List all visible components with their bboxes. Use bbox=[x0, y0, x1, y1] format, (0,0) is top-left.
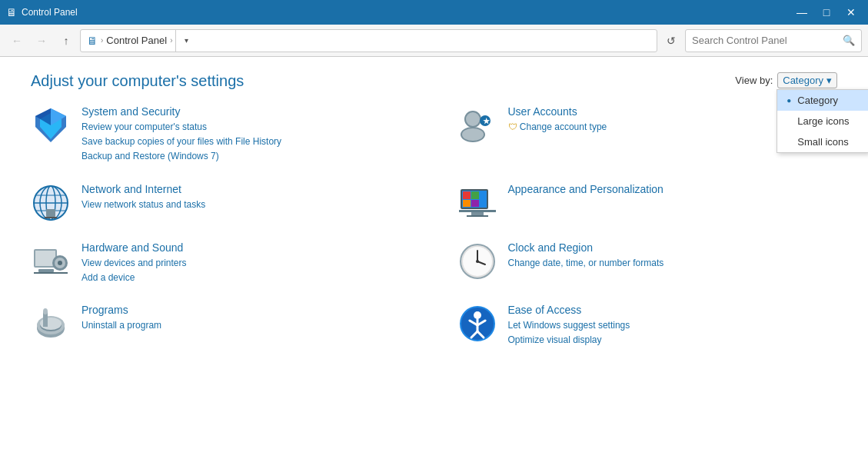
svg-rect-25 bbox=[480, 191, 486, 207]
view-by-dropdown[interactable]: Category ▾ ● Category ● Large icons ● Sm… bbox=[777, 72, 837, 88]
svg-text:★: ★ bbox=[483, 117, 491, 125]
svg-rect-26 bbox=[459, 210, 496, 212]
menu-item-category[interactable]: ● Category bbox=[777, 90, 868, 111]
appearance-content: Appearance and Personalization bbox=[508, 183, 663, 198]
refresh-button[interactable]: ↺ bbox=[660, 30, 682, 52]
minimize-button[interactable]: — bbox=[791, 2, 813, 23]
svg-point-33 bbox=[58, 261, 62, 265]
date-time-link[interactable]: Change date, time, or number formats bbox=[508, 256, 664, 271]
menu-item-large-icons-label: Large icons bbox=[797, 115, 849, 127]
programs-title[interactable]: Programs bbox=[81, 304, 161, 316]
view-by-current: Category bbox=[783, 75, 823, 86]
menu-item-large-icons[interactable]: ● Large icons bbox=[777, 111, 868, 131]
search-box[interactable]: 🔍 bbox=[685, 29, 862, 52]
address-path[interactable]: 🖥 › Control Panel › ▾ bbox=[80, 29, 657, 52]
category-appearance: Appearance and Personalization bbox=[457, 183, 838, 223]
up-button[interactable]: ↑ bbox=[55, 30, 77, 52]
search-input[interactable] bbox=[692, 35, 840, 46]
close-button[interactable]: ✕ bbox=[840, 2, 862, 23]
maximize-button[interactable]: □ bbox=[816, 2, 837, 23]
menu-item-small-icons[interactable]: ● Small icons bbox=[777, 131, 868, 152]
back-button[interactable]: ← bbox=[6, 30, 28, 52]
svg-rect-28 bbox=[467, 215, 488, 217]
view-by-menu: ● Category ● Large icons ● Small icons bbox=[777, 89, 868, 153]
hardware-content: Hardware and Sound View devices and prin… bbox=[81, 241, 187, 285]
titlebar: 🖥 Control Panel — □ ✕ bbox=[0, 0, 868, 25]
devices-printers-link[interactable]: View devices and printers bbox=[81, 256, 187, 271]
category-system-security: System and Security Review your computer… bbox=[31, 105, 411, 165]
svg-rect-24 bbox=[471, 200, 479, 207]
add-device-link[interactable]: Add a device bbox=[81, 271, 187, 285]
forward-button[interactable]: → bbox=[31, 30, 52, 52]
page-title: Adjust your computer's settings bbox=[31, 72, 837, 90]
titlebar-controls: — □ ✕ bbox=[791, 2, 862, 23]
view-by-control: View by: Category ▾ ● Category ● Large i… bbox=[735, 72, 837, 88]
svg-rect-21 bbox=[463, 191, 471, 199]
clock-links: Change date, time, or number formats bbox=[508, 256, 664, 271]
user-accounts-icon: ★ bbox=[457, 105, 497, 145]
optimize-display-link[interactable]: Optimize visual display bbox=[508, 333, 630, 348]
ease-of-access-title[interactable]: Ease of Access bbox=[508, 304, 630, 316]
svg-point-47 bbox=[43, 308, 48, 314]
ease-of-access-icon bbox=[457, 304, 497, 344]
user-accounts-title[interactable]: User Accounts bbox=[508, 105, 607, 118]
programs-links: Uninstall a program bbox=[81, 318, 161, 333]
network-title[interactable]: Network and Internet bbox=[81, 183, 205, 195]
network-content: Network and Internet View network status… bbox=[81, 183, 205, 212]
path-icon: 🖥 bbox=[87, 35, 98, 47]
network-icon bbox=[31, 183, 71, 223]
svg-rect-35 bbox=[34, 272, 68, 274]
review-computer-link[interactable]: Review your computer's status bbox=[81, 120, 281, 135]
addressbar: ← → ↑ 🖥 › Control Panel › ▾ ↺ 🔍 bbox=[0, 25, 868, 57]
ease-of-access-content: Ease of Access Let Windows suggest setti… bbox=[508, 304, 630, 348]
search-icon: 🔍 bbox=[843, 35, 855, 46]
hardware-icon bbox=[31, 241, 71, 281]
uninstall-link[interactable]: Uninstall a program bbox=[81, 318, 161, 333]
menu-item-small-icons-label: Small icons bbox=[797, 136, 848, 148]
svg-point-41 bbox=[476, 260, 479, 263]
network-links: View network status and tasks bbox=[81, 198, 205, 212]
svg-rect-17 bbox=[46, 209, 55, 217]
appearance-title[interactable]: Appearance and Personalization bbox=[508, 183, 663, 195]
clock-content: Clock and Region Change date, time, or n… bbox=[508, 241, 664, 271]
menu-item-category-label: Category bbox=[797, 95, 838, 106]
svg-point-7 bbox=[462, 128, 484, 141]
clock-title[interactable]: Clock and Region bbox=[508, 241, 664, 254]
path-text: Control Panel bbox=[106, 35, 167, 46]
path-end-chevron: › bbox=[170, 36, 172, 45]
svg-rect-22 bbox=[471, 191, 479, 199]
system-security-content: System and Security Review your computer… bbox=[81, 105, 281, 165]
titlebar-icon: 🖥 bbox=[6, 6, 17, 18]
titlebar-title: Control Panel bbox=[22, 7, 787, 18]
user-accounts-links: 🛡 Change account type bbox=[508, 120, 607, 135]
path-separator: › bbox=[101, 36, 103, 45]
hardware-links: View devices and printers Add a device bbox=[81, 256, 187, 285]
ease-of-access-links: Let Windows suggest settings Optimize vi… bbox=[508, 318, 630, 348]
backup-files-link[interactable]: Save backup copies of your files with Fi… bbox=[81, 135, 281, 149]
clock-icon bbox=[457, 241, 497, 281]
category-ease-of-access: Ease of Access Let Windows suggest setti… bbox=[457, 304, 838, 348]
svg-point-6 bbox=[466, 112, 480, 126]
category-network: Network and Internet View network status… bbox=[31, 183, 411, 223]
view-by-label: View by: bbox=[735, 75, 773, 86]
user-accounts-content: User Accounts 🛡 Change account type bbox=[508, 105, 607, 135]
system-security-title[interactable]: System and Security bbox=[81, 105, 281, 118]
backup-restore-link[interactable]: Backup and Restore (Windows 7) bbox=[81, 149, 281, 164]
category-hardware: Hardware and Sound View devices and prin… bbox=[31, 241, 411, 285]
system-security-icon bbox=[31, 105, 71, 145]
programs-icon bbox=[31, 304, 71, 344]
system-security-links: Review your computer's status Save backu… bbox=[81, 120, 281, 165]
programs-content: Programs Uninstall a program bbox=[81, 304, 161, 333]
hardware-title[interactable]: Hardware and Sound bbox=[81, 241, 187, 254]
windows-suggest-link[interactable]: Let Windows suggest settings bbox=[508, 318, 630, 333]
svg-rect-23 bbox=[463, 200, 471, 207]
category-clock: Clock and Region Change date, time, or n… bbox=[457, 241, 838, 285]
svg-rect-18 bbox=[45, 217, 57, 218]
chevron-down-icon: ▾ bbox=[826, 75, 832, 86]
selected-dot: ● bbox=[787, 96, 791, 105]
network-status-link[interactable]: View network status and tasks bbox=[81, 198, 205, 212]
categories-grid: System and Security Review your computer… bbox=[31, 105, 837, 348]
appearance-icon bbox=[457, 183, 497, 223]
address-dropdown-button[interactable]: ▾ bbox=[175, 29, 197, 52]
change-account-link[interactable]: 🛡 Change account type bbox=[508, 120, 607, 135]
